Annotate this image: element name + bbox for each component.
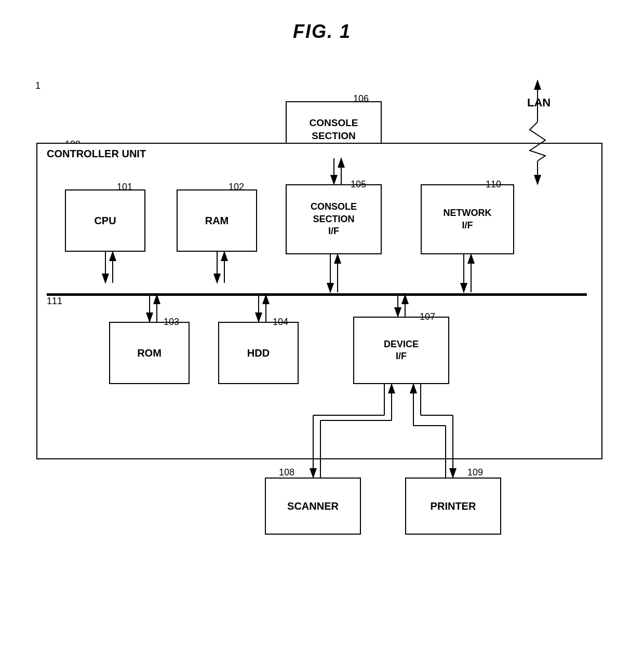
ram-box: RAM xyxy=(177,189,257,252)
cpu-box: CPU xyxy=(65,189,145,252)
hdd-box: HDD xyxy=(218,322,299,384)
label-1: 1 xyxy=(35,80,41,91)
ref-107: 107 xyxy=(420,311,435,322)
ref-104: 104 xyxy=(273,317,288,328)
ref-102: 102 xyxy=(229,182,244,193)
ref-101: 101 xyxy=(117,182,132,193)
controller-unit-label: CONTROLLER UNIT xyxy=(47,148,146,160)
console-section-if-box: CONSOLE SECTION I/F xyxy=(286,184,382,254)
diagram-area: 1 100 LAN CONSOLE SECTION 106 CONTROLLER… xyxy=(31,52,623,638)
rom-box: ROM xyxy=(109,322,190,384)
bus-line xyxy=(47,293,587,296)
network-if-box: NETWORK I/F xyxy=(421,184,514,254)
ref-106: 106 xyxy=(353,93,369,104)
ref-103: 103 xyxy=(164,317,179,328)
scanner-box: SCANNER xyxy=(265,478,361,535)
ref-108: 108 xyxy=(279,467,294,478)
page-title: FIG. 1 xyxy=(0,0,644,43)
printer-box: PRINTER xyxy=(405,478,501,535)
ref-110: 110 xyxy=(486,179,501,190)
lan-label: LAN xyxy=(527,96,551,110)
device-if-box: DEVICE I/F xyxy=(353,317,449,384)
ref-111: 111 xyxy=(47,296,62,307)
ref-105: 105 xyxy=(351,179,366,190)
ref-109: 109 xyxy=(467,467,483,478)
